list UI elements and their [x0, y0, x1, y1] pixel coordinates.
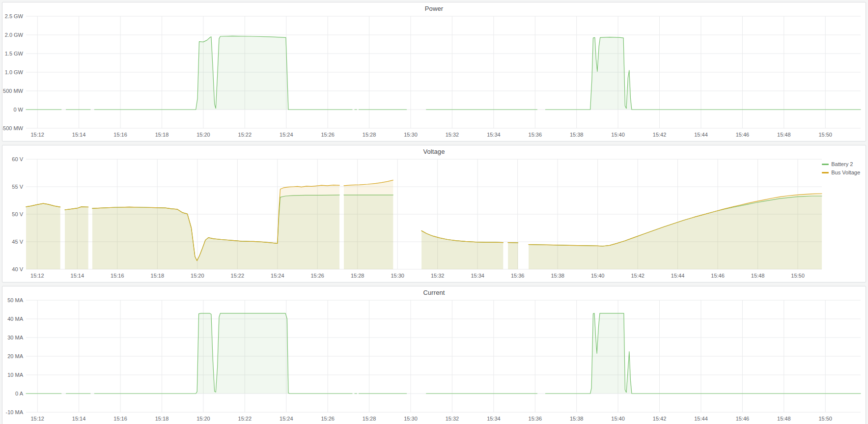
x-axis-tick-label: 15:24 — [280, 416, 293, 422]
x-axis-tick-label: 15:14 — [71, 273, 84, 279]
y-axis-tick-label: 10 MA — [7, 372, 23, 378]
x-axis-tick-label: 15:16 — [111, 273, 124, 279]
y-axis-tick-label: 45 V — [12, 239, 23, 245]
x-axis-tick-label: 15:26 — [321, 416, 335, 422]
panel-title-voltage[interactable]: Voltage — [2, 148, 866, 155]
x-axis-tick-label: 15:12 — [30, 416, 44, 422]
x-axis-tick-label: 15:30 — [404, 132, 418, 138]
legend-item[interactable]: Bus Voltage — [822, 170, 860, 175]
x-axis-tick-label: 15:36 — [511, 273, 525, 279]
series-area — [65, 207, 88, 269]
y-axis-tick-label: 0 A — [15, 391, 24, 396]
y-axis-tick-label: 50 V — [12, 211, 23, 217]
y-axis-tick-label: 1.5 GW — [5, 51, 24, 57]
x-axis-tick-label: 15:12 — [30, 132, 44, 138]
panel-voltage: Voltage 60 V55 V50 V45 V40 V15:1215:1415… — [2, 145, 866, 283]
y-axis-tick-label: 30 MA — [7, 335, 23, 340]
x-axis-tick-label: 15:40 — [611, 416, 625, 422]
x-axis-tick-label: 15:42 — [631, 273, 644, 279]
x-axis-tick-label: 15:14 — [72, 416, 86, 422]
x-axis-tick-label: 15:44 — [694, 132, 708, 138]
y-axis-tick-label: 40 V — [12, 266, 23, 272]
x-axis-tick-label: 15:22 — [231, 273, 245, 279]
x-axis-tick-label: 15:46 — [711, 273, 725, 279]
legend-series-label: Battery 2 — [831, 161, 853, 167]
x-axis-tick-label: 15:24 — [280, 132, 293, 138]
x-axis-tick-label: 15:38 — [570, 132, 584, 138]
x-axis-tick-label: 15:16 — [113, 132, 127, 138]
x-axis-tick-label: 15:18 — [155, 132, 169, 138]
x-axis-tick-label: 15:28 — [363, 416, 376, 422]
x-axis-tick-label: 15:50 — [818, 416, 832, 422]
x-axis-tick-label: 15:48 — [777, 416, 791, 422]
x-axis-tick-label: 15:32 — [446, 132, 459, 138]
x-axis-tick-label: 15:34 — [471, 273, 484, 279]
x-axis-tick-label: 15:48 — [751, 273, 765, 279]
x-axis-tick-label: 15:22 — [238, 132, 252, 138]
x-axis-tick-label: 15:18 — [151, 273, 165, 279]
x-axis-tick-label: 15:30 — [391, 273, 404, 279]
x-axis-tick-label: 15:32 — [431, 273, 445, 279]
series-area — [508, 243, 518, 269]
x-axis-tick-label: 15:44 — [671, 273, 685, 279]
x-axis-tick-label: 15:36 — [529, 132, 542, 138]
x-axis-tick-label: 15:28 — [363, 132, 376, 138]
x-axis-tick-label: 15:30 — [404, 416, 418, 422]
x-axis-tick-label: 15:16 — [113, 416, 127, 422]
legend-series-swatch — [822, 172, 829, 173]
y-axis-tick-label: 40 MA — [7, 316, 23, 322]
y-axis-tick-label: 60 V — [12, 156, 23, 162]
x-axis-tick-label: 15:12 — [30, 273, 44, 279]
x-axis-tick-label: 15:46 — [736, 132, 750, 138]
x-axis-tick-label: 15:18 — [155, 416, 169, 422]
legend-item[interactable]: Battery 2 — [822, 161, 860, 167]
x-axis-tick-label: 15:48 — [777, 132, 791, 138]
x-axis-tick-label: 15:42 — [653, 132, 667, 138]
series-area — [92, 185, 339, 269]
x-axis-tick-label: 15:50 — [818, 132, 832, 138]
series-area — [529, 194, 822, 269]
x-axis-tick-label: 15:20 — [196, 416, 210, 422]
y-axis-tick-label: 20 MA — [7, 353, 23, 359]
y-axis-tick-label: 2.0 GW — [5, 32, 24, 38]
y-axis-tick-label: 50 MA — [7, 297, 23, 303]
y-axis-tick-label: 2.5 GW — [5, 13, 24, 19]
x-axis-tick-label: 15:24 — [271, 273, 284, 279]
x-axis-tick-label: 15:42 — [653, 416, 667, 422]
panel-current: Current 50 MA40 MA30 MA20 MA10 MA0 A-10 … — [2, 286, 866, 424]
power-chart[interactable]: 2.5 GW2.0 GW1.5 GW1.0 GW500 MW0 W-500 MW… — [2, 2, 866, 141]
x-axis-tick-label: 15:14 — [72, 132, 86, 138]
y-axis-tick-label: 500 MW — [3, 88, 24, 94]
y-axis-tick-label: -500 MW — [2, 125, 24, 131]
series-area — [94, 36, 352, 110]
legend: Battery 2Bus Voltage — [821, 161, 861, 176]
x-axis-tick-label: 15:20 — [196, 132, 210, 138]
panel-title-current[interactable]: Current — [2, 289, 866, 296]
x-axis-tick-label: 15:44 — [694, 416, 708, 422]
y-axis-tick-label: -10 MA — [6, 409, 24, 415]
x-axis-tick-label: 15:32 — [446, 416, 459, 422]
current-chart[interactable]: 50 MA40 MA30 MA20 MA10 MA0 A-10 MA15:121… — [2, 286, 866, 424]
x-axis-tick-label: 15:26 — [321, 132, 335, 138]
x-axis-tick-label: 15:38 — [570, 416, 584, 422]
panel-title-power[interactable]: Power — [2, 5, 866, 12]
voltage-chart[interactable]: 60 V55 V50 V45 V40 V15:1215:1415:1615:18… — [2, 145, 866, 282]
x-axis-tick-label: 15:20 — [191, 273, 204, 279]
x-axis-tick-label: 15:36 — [529, 416, 542, 422]
x-axis-tick-label: 15:34 — [487, 416, 501, 422]
x-axis-tick-label: 15:46 — [736, 416, 750, 422]
x-axis-tick-label: 15:38 — [551, 273, 564, 279]
series-line — [508, 243, 518, 243]
x-axis-tick-label: 15:40 — [611, 132, 625, 138]
x-axis-tick-label: 15:28 — [351, 273, 364, 279]
legend-series-label: Bus Voltage — [831, 170, 860, 175]
legend-series-swatch — [822, 164, 829, 165]
y-axis-tick-label: 55 V — [12, 184, 23, 190]
x-axis-tick-label: 15:50 — [791, 273, 805, 279]
x-axis-tick-label: 15:40 — [591, 273, 605, 279]
series-area — [26, 203, 60, 269]
x-axis-tick-label: 15:34 — [487, 132, 501, 138]
y-axis-tick-label: 1.0 GW — [5, 69, 24, 75]
dashboard: Power 2.5 GW2.0 GW1.5 GW1.0 GW500 MW0 W-… — [0, 0, 868, 424]
x-axis-tick-label: 15:22 — [238, 416, 252, 422]
